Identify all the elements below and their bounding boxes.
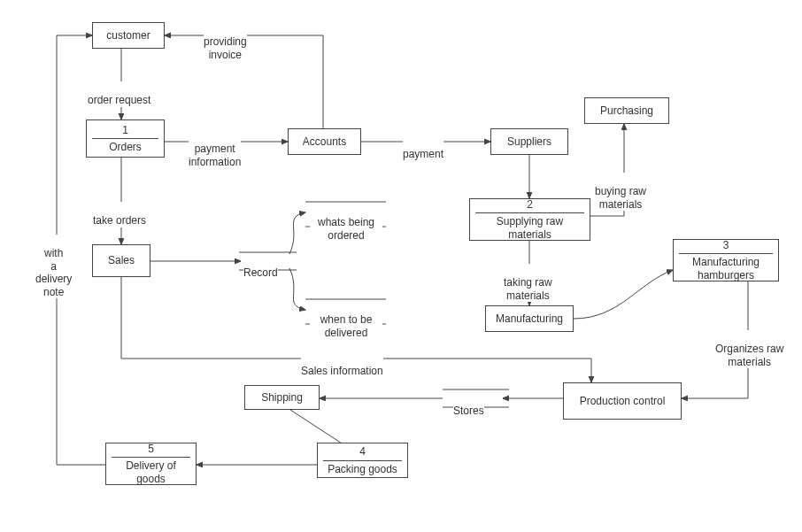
edge-payment-info: payment information	[189, 130, 241, 168]
node-manufacturing[interactable]: Manufacturing	[485, 305, 574, 332]
node-supplying-label: Supplying raw materials	[475, 215, 584, 241]
node-when-deliver-label: when to be delivered	[320, 313, 373, 338]
node-delivery-label: Delivery of goods	[112, 459, 190, 485]
node-stores-label: Stores	[453, 405, 484, 417]
node-when-deliver[interactable]: when to be delivered	[310, 301, 382, 339]
node-suppliers[interactable]: Suppliers	[490, 128, 568, 155]
edge-payment-label: payment	[403, 148, 443, 160]
edge-sales-info: Sales information	[301, 352, 383, 378]
node-record[interactable]: Record	[243, 254, 278, 280]
node-record-label: Record	[243, 266, 278, 279]
edge-taking-raw: taking raw materials	[504, 264, 552, 302]
node-production-control[interactable]: Production control	[563, 382, 682, 420]
edge-organizes-raw: Organizes raw materials	[715, 330, 783, 368]
node-packing-num: 4	[323, 445, 402, 460]
edge-order-request: order request	[88, 81, 150, 107]
edge-providing-invoice-label: providing invoice	[204, 35, 247, 60]
node-whats-ordered[interactable]: whats being ordered	[310, 204, 382, 242]
node-orders[interactable]: 1 Orders	[86, 120, 165, 158]
node-delivery[interactable]: 5 Delivery of goods	[105, 443, 197, 485]
edge-buying-raw: buying raw materials	[595, 173, 646, 211]
node-production-control-label: Production control	[580, 395, 666, 407]
node-supplying-num: 2	[475, 198, 584, 213]
edge-organizes-raw-label: Organizes raw materials	[715, 343, 783, 367]
edge-taking-raw-label: taking raw materials	[504, 276, 552, 301]
diagram-canvas: customer 1 Orders Accounts Suppliers Pur…	[0, 0, 802, 532]
edge-take-orders: take orders	[93, 202, 146, 227]
node-manuf-hamburgers-label: Manufacturing hamburgers	[679, 256, 773, 281]
node-packing-label: Packing goods	[328, 463, 397, 475]
node-purchasing-label: Purchasing	[600, 104, 653, 117]
edge-payment-info-label: payment information	[189, 143, 241, 167]
edge-take-orders-label: take orders	[93, 214, 146, 227]
edge-providing-invoice: providing invoice	[204, 23, 247, 61]
node-customer-label: customer	[106, 29, 150, 42]
edge-order-request-label: order request	[88, 94, 150, 106]
node-manuf-hamburgers[interactable]: 3 Manufacturing hamburgers	[673, 239, 779, 281]
node-stores[interactable]: Stores	[453, 392, 484, 418]
node-delivery-num: 5	[112, 443, 190, 458]
node-manufacturing-label: Manufacturing	[496, 312, 563, 325]
node-sales-label: Sales	[108, 254, 135, 266]
edge-sales-info-label: Sales information	[301, 365, 383, 377]
node-purchasing[interactable]: Purchasing	[584, 97, 669, 124]
node-customer[interactable]: customer	[92, 22, 165, 49]
node-sales[interactable]: Sales	[92, 244, 150, 277]
node-whats-ordered-label: whats being ordered	[318, 216, 374, 241]
node-supplying[interactable]: 2 Supplying raw materials	[469, 198, 590, 241]
edge-with-delivery-note: with a delivery note	[35, 235, 72, 298]
node-shipping-label: Shipping	[261, 391, 303, 404]
node-accounts-label: Accounts	[303, 135, 346, 148]
node-packing[interactable]: 4 Packing goods	[317, 443, 408, 478]
node-orders-label: Orders	[109, 141, 142, 153]
node-accounts[interactable]: Accounts	[288, 128, 361, 155]
node-manuf-hamburgers-num: 3	[679, 239, 773, 254]
edge-payment: payment	[403, 135, 443, 161]
edge-with-delivery-note-label: with a delivery note	[35, 247, 72, 297]
node-suppliers-label: Suppliers	[507, 135, 551, 148]
node-shipping[interactable]: Shipping	[244, 385, 320, 410]
node-orders-num: 1	[92, 124, 158, 139]
edge-buying-raw-label: buying raw materials	[595, 185, 646, 210]
